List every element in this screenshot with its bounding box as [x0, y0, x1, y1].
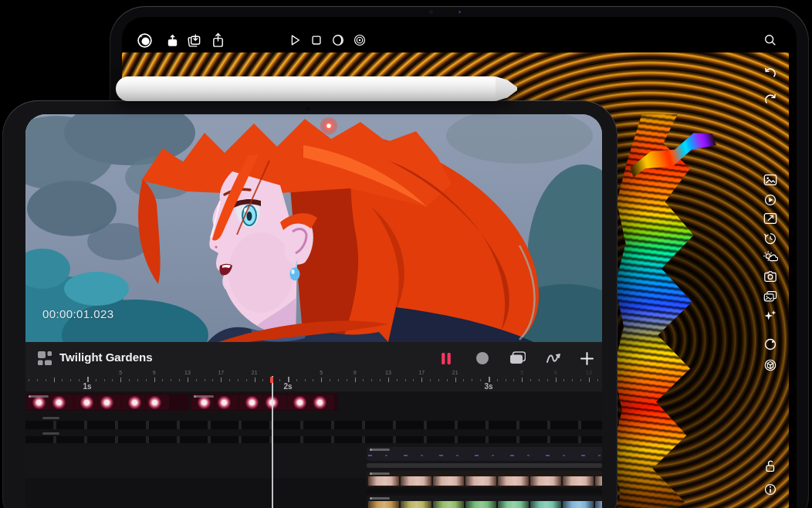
play-icon[interactable] [287, 32, 303, 48]
ruler-tick [246, 379, 247, 381]
add-icon[interactable] [578, 350, 595, 367]
drawing-clip[interactable] [367, 496, 602, 508]
photo-icon[interactable] [763, 173, 777, 186]
info-icon[interactable] [763, 482, 777, 496]
redo-icon[interactable] [763, 91, 777, 106]
scenes-icon[interactable] [508, 350, 526, 367]
video-preview[interactable]: 00:00:01.023 [25, 114, 602, 342]
draw-icon[interactable] [544, 350, 562, 367]
film-clip[interactable] [25, 394, 189, 411]
ruler-tick [497, 379, 498, 381]
drawing-thumbnail [498, 476, 529, 486]
film-clip[interactable] [191, 394, 338, 411]
add-to-photos-icon[interactable] [186, 32, 201, 48]
frame-number: 5 [119, 370, 122, 375]
ruler-tick [397, 379, 398, 381]
stop-icon[interactable] [309, 32, 324, 48]
frame-number: 9 [554, 370, 557, 375]
sketch-clip[interactable] [367, 447, 602, 461]
drawing-thumbnail [563, 476, 594, 486]
ruler-tick [305, 379, 306, 381]
apple-pencil-body [116, 76, 497, 101]
ruler-tick [205, 379, 205, 381]
film-thumbnail [50, 395, 73, 410]
clock-icon[interactable] [763, 337, 777, 351]
ruler-tick [129, 379, 130, 381]
ruler-tick [355, 378, 356, 382]
frame-number: 9 [153, 370, 156, 375]
share-icon[interactable] [210, 32, 225, 49]
ruler-tick [330, 379, 330, 381]
film-thumbnail [146, 395, 169, 410]
collapsed-track[interactable] [367, 463, 602, 468]
ruler-tick [572, 379, 573, 381]
ruler-tick [313, 379, 313, 381]
timeline-ruler[interactable]: 1s591317212s591317213s5913 [25, 369, 602, 392]
film-thumbnail [122, 395, 145, 410]
front-camera [306, 107, 310, 110]
ruler-tick [430, 379, 431, 381]
ruler-tick [547, 379, 548, 381]
onion-skin-icon[interactable] [352, 32, 367, 48]
film-thumbnail [287, 395, 310, 410]
photos-icon[interactable] [763, 290, 777, 303]
ruler-tick [179, 379, 180, 381]
ruler-tick [154, 378, 155, 382]
film-thumbnail [98, 395, 121, 410]
pause-icon[interactable] [438, 350, 455, 367]
drawing-clip[interactable] [367, 471, 602, 487]
drawing-thumbnail [368, 501, 399, 508]
drawing-thumbnail [401, 476, 431, 486]
ruler-tick [413, 379, 414, 381]
collapsed-track[interactable] [367, 489, 602, 493]
ruler-tick [438, 379, 439, 381]
projects-icon[interactable] [36, 350, 53, 367]
frame-number: 13 [385, 370, 391, 375]
camera-icon[interactable] [763, 269, 777, 283]
gallery-icon[interactable] [136, 32, 153, 49]
drawing-thumbnail [595, 476, 602, 486]
project-title[interactable]: Twilight Gardens [59, 351, 153, 364]
ruler-tick [597, 379, 598, 381]
video-icon[interactable] [763, 192, 777, 207]
drawing-thumbnail [433, 501, 464, 508]
playhead[interactable] [272, 376, 273, 508]
clip-label [370, 449, 390, 451]
ruler-tick [338, 379, 339, 381]
frame-number: 21 [452, 370, 458, 375]
ruler-tick [221, 378, 222, 382]
import-icon[interactable] [164, 32, 180, 48]
ruler-tick [589, 378, 590, 382]
3d-icon[interactable] [763, 357, 777, 372]
ruler-tick [87, 377, 89, 382]
frame-number: 9 [354, 370, 357, 375]
undo-icon[interactable] [763, 65, 777, 80]
dark-filmstrip-track[interactable] [25, 436, 602, 443]
light-icon[interactable] [762, 249, 778, 264]
sketch-strokes [368, 455, 601, 456]
effects-icon[interactable] [763, 308, 777, 323]
ruler-tick [112, 379, 113, 381]
ruler-tick [54, 378, 55, 382]
record-icon[interactable] [474, 350, 491, 367]
second-label: 3s [484, 382, 492, 391]
ruler-tick [255, 378, 255, 382]
drawing-thumbnail [595, 501, 602, 508]
ruler-tick [212, 379, 213, 381]
ruler-tick [522, 378, 523, 382]
ruler-tick [530, 379, 531, 381]
image-export-icon[interactable] [763, 212, 777, 225]
unlock-icon[interactable] [763, 459, 777, 473]
camera-glint [458, 11, 461, 13]
foreground-ipad: 00:00:01.023 Twilight Gardens [2, 100, 617, 508]
ruler-tick [513, 379, 514, 381]
playhead-tick[interactable] [270, 377, 273, 383]
ruler-tick [196, 379, 197, 381]
time-lapse-icon[interactable] [763, 231, 777, 246]
timeline-tracks [25, 391, 602, 508]
loop-icon[interactable] [330, 32, 346, 48]
track-label [42, 417, 59, 419]
zoom-icon[interactable] [763, 32, 777, 47]
clip-label [370, 472, 390, 475]
dark-filmstrip-track[interactable] [25, 421, 602, 429]
